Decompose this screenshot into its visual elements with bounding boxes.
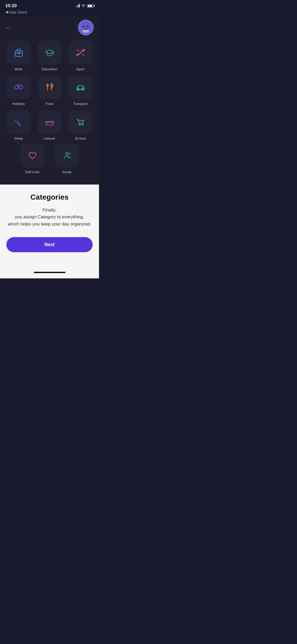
category-icon-box-work xyxy=(7,41,31,65)
category-item-transport[interactable]: Transport xyxy=(67,75,94,106)
category-label-social: Social xyxy=(62,170,71,174)
category-label-food: Food xyxy=(46,102,54,106)
category-icon-box-education xyxy=(38,41,62,65)
category-item-errand[interactable]: Errand xyxy=(67,110,94,140)
category-label-self-care: Self-Care xyxy=(25,170,40,174)
status-time: 10:20 xyxy=(5,3,17,8)
nav-row: ← xyxy=(0,16,99,41)
section-title: Categories xyxy=(6,193,93,201)
status-bar: 10:20 xyxy=(0,0,99,10)
svg-rect-11 xyxy=(76,54,78,56)
svg-point-30 xyxy=(65,153,68,155)
top-section: ← xyxy=(0,16,99,185)
category-label-education: Education xyxy=(42,67,57,71)
category-item-education[interactable]: Education xyxy=(36,41,63,71)
category-icon-box-food xyxy=(38,75,62,99)
svg-point-4 xyxy=(84,26,85,26)
home-indicator xyxy=(0,269,99,278)
svg-point-5 xyxy=(88,26,88,26)
category-icon-box-social xyxy=(55,144,79,167)
svg-text:Z: Z xyxy=(18,122,21,127)
category-item-leisure[interactable]: Leisure xyxy=(36,110,63,140)
category-label-transport: Transport xyxy=(73,102,88,106)
category-item-hobbies[interactable]: Hobbies xyxy=(5,75,32,106)
category-label-leisure: Leisure xyxy=(44,136,55,140)
category-label-sleep: Sleep xyxy=(14,136,23,140)
battery-icon xyxy=(87,4,94,8)
section-description: Finally,you assign Category to everythin… xyxy=(6,207,93,228)
back-button[interactable]: ← xyxy=(5,24,11,31)
category-item-food[interactable]: Food xyxy=(36,75,63,106)
category-icon-box-self-care xyxy=(21,144,44,167)
app-store-link[interactable]: ◀ App Store xyxy=(5,10,94,14)
category-item-sleep[interactable]: Z Z Z Sleep xyxy=(5,110,32,140)
category-item-sport[interactable]: Sport xyxy=(67,41,94,71)
home-bar xyxy=(34,272,65,273)
svg-rect-12 xyxy=(82,49,84,52)
svg-rect-6 xyxy=(15,51,22,56)
category-label-sport: Sport xyxy=(76,67,84,71)
category-label-hobbies: Hobbies xyxy=(12,102,25,106)
app-store-bar: ◀ App Store xyxy=(0,10,99,16)
category-label-errand: Errand xyxy=(75,136,86,140)
category-item-self-care[interactable]: Self-Care xyxy=(21,144,44,174)
avatar xyxy=(78,20,94,35)
category-grid-last: Self-Care Social xyxy=(0,144,99,174)
category-icon-box-hobbies xyxy=(7,75,31,99)
category-icon-box-transport xyxy=(69,75,92,99)
svg-point-28 xyxy=(79,124,80,125)
category-icon-box-sleep: Z Z Z xyxy=(7,110,31,134)
next-button[interactable]: Next xyxy=(6,237,93,252)
svg-line-13 xyxy=(77,49,79,51)
svg-line-14 xyxy=(82,54,84,56)
svg-point-15 xyxy=(15,85,18,89)
signal-icon xyxy=(75,4,80,7)
svg-point-31 xyxy=(68,153,70,154)
svg-point-16 xyxy=(19,85,23,89)
category-icon-box-errand xyxy=(69,110,92,134)
category-grid: Work Education xyxy=(0,41,99,140)
wifi-icon xyxy=(81,4,86,7)
bottom-section: Categories Finally,you assign Category t… xyxy=(0,185,99,269)
svg-rect-1 xyxy=(82,30,89,33)
category-item-work[interactable]: Work xyxy=(5,41,32,71)
status-icons xyxy=(75,4,94,8)
svg-point-29 xyxy=(82,124,83,125)
category-item-social[interactable]: Social xyxy=(55,144,79,174)
category-icon-box-leisure xyxy=(38,110,62,134)
category-label-work: Work xyxy=(15,67,22,71)
category-icon-box-sport xyxy=(69,41,92,65)
